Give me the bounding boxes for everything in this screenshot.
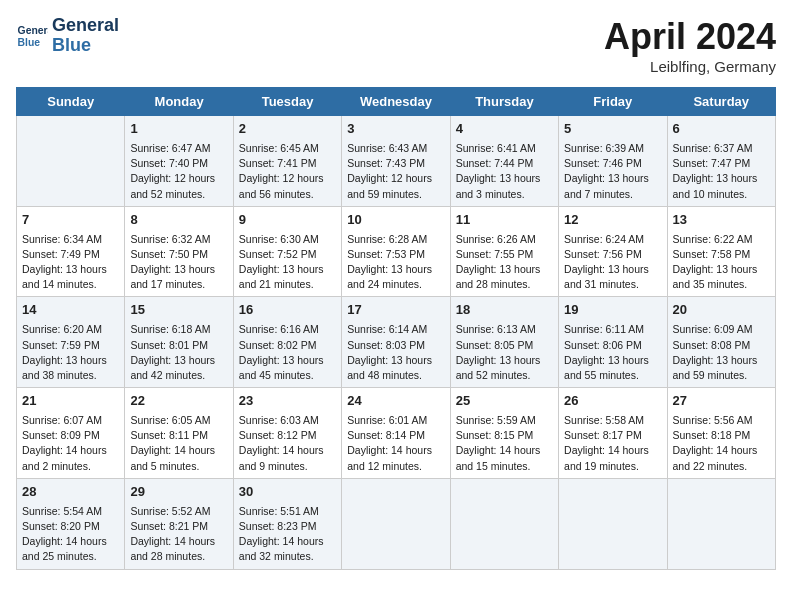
day-number: 22 bbox=[130, 392, 227, 411]
cell-info: Sunrise: 6:18 AM Sunset: 8:01 PM Dayligh… bbox=[130, 322, 227, 383]
day-number: 16 bbox=[239, 301, 336, 320]
cell-info: Sunrise: 6:24 AM Sunset: 7:56 PM Dayligh… bbox=[564, 232, 661, 293]
cell-info: Sunrise: 6:22 AM Sunset: 7:58 PM Dayligh… bbox=[673, 232, 770, 293]
calendar-week-row: 1Sunrise: 6:47 AM Sunset: 7:40 PM Daylig… bbox=[17, 116, 776, 207]
cell-info: Sunrise: 6:43 AM Sunset: 7:43 PM Dayligh… bbox=[347, 141, 444, 202]
calendar-cell: 2Sunrise: 6:45 AM Sunset: 7:41 PM Daylig… bbox=[233, 116, 341, 207]
weekday-header: Friday bbox=[559, 88, 667, 116]
cell-info: Sunrise: 6:30 AM Sunset: 7:52 PM Dayligh… bbox=[239, 232, 336, 293]
calendar-cell: 26Sunrise: 5:58 AM Sunset: 8:17 PM Dayli… bbox=[559, 388, 667, 479]
day-number: 28 bbox=[22, 483, 119, 502]
day-number: 20 bbox=[673, 301, 770, 320]
cell-info: Sunrise: 6:39 AM Sunset: 7:46 PM Dayligh… bbox=[564, 141, 661, 202]
day-number: 12 bbox=[564, 211, 661, 230]
svg-text:General: General bbox=[18, 25, 48, 36]
cell-info: Sunrise: 6:16 AM Sunset: 8:02 PM Dayligh… bbox=[239, 322, 336, 383]
calendar-cell bbox=[559, 478, 667, 569]
calendar-cell: 25Sunrise: 5:59 AM Sunset: 8:15 PM Dayli… bbox=[450, 388, 558, 479]
day-number: 3 bbox=[347, 120, 444, 139]
day-number: 4 bbox=[456, 120, 553, 139]
cell-info: Sunrise: 6:28 AM Sunset: 7:53 PM Dayligh… bbox=[347, 232, 444, 293]
calendar-cell bbox=[342, 478, 450, 569]
cell-info: Sunrise: 6:45 AM Sunset: 7:41 PM Dayligh… bbox=[239, 141, 336, 202]
calendar-cell: 12Sunrise: 6:24 AM Sunset: 7:56 PM Dayli… bbox=[559, 206, 667, 297]
day-number: 30 bbox=[239, 483, 336, 502]
calendar-cell: 28Sunrise: 5:54 AM Sunset: 8:20 PM Dayli… bbox=[17, 478, 125, 569]
cell-info: Sunrise: 6:34 AM Sunset: 7:49 PM Dayligh… bbox=[22, 232, 119, 293]
svg-text:Blue: Blue bbox=[18, 36, 41, 47]
calendar-cell: 7Sunrise: 6:34 AM Sunset: 7:49 PM Daylig… bbox=[17, 206, 125, 297]
cell-info: Sunrise: 6:11 AM Sunset: 8:06 PM Dayligh… bbox=[564, 322, 661, 383]
calendar-cell: 15Sunrise: 6:18 AM Sunset: 8:01 PM Dayli… bbox=[125, 297, 233, 388]
day-number: 25 bbox=[456, 392, 553, 411]
calendar-cell: 17Sunrise: 6:14 AM Sunset: 8:03 PM Dayli… bbox=[342, 297, 450, 388]
cell-info: Sunrise: 6:20 AM Sunset: 7:59 PM Dayligh… bbox=[22, 322, 119, 383]
calendar-cell: 16Sunrise: 6:16 AM Sunset: 8:02 PM Dayli… bbox=[233, 297, 341, 388]
calendar-cell: 24Sunrise: 6:01 AM Sunset: 8:14 PM Dayli… bbox=[342, 388, 450, 479]
month-title: April 2024 bbox=[604, 16, 776, 58]
day-number: 13 bbox=[673, 211, 770, 230]
logo-line1: General bbox=[52, 15, 119, 35]
calendar-cell: 6Sunrise: 6:37 AM Sunset: 7:47 PM Daylig… bbox=[667, 116, 775, 207]
weekday-header: Sunday bbox=[17, 88, 125, 116]
day-number: 2 bbox=[239, 120, 336, 139]
day-number: 18 bbox=[456, 301, 553, 320]
cell-info: Sunrise: 5:52 AM Sunset: 8:21 PM Dayligh… bbox=[130, 504, 227, 565]
calendar-cell bbox=[17, 116, 125, 207]
day-number: 29 bbox=[130, 483, 227, 502]
calendar-cell: 9Sunrise: 6:30 AM Sunset: 7:52 PM Daylig… bbox=[233, 206, 341, 297]
calendar-cell: 19Sunrise: 6:11 AM Sunset: 8:06 PM Dayli… bbox=[559, 297, 667, 388]
calendar-cell: 10Sunrise: 6:28 AM Sunset: 7:53 PM Dayli… bbox=[342, 206, 450, 297]
cell-info: Sunrise: 6:09 AM Sunset: 8:08 PM Dayligh… bbox=[673, 322, 770, 383]
calendar-cell: 20Sunrise: 6:09 AM Sunset: 8:08 PM Dayli… bbox=[667, 297, 775, 388]
cell-info: Sunrise: 6:41 AM Sunset: 7:44 PM Dayligh… bbox=[456, 141, 553, 202]
calendar-cell: 5Sunrise: 6:39 AM Sunset: 7:46 PM Daylig… bbox=[559, 116, 667, 207]
day-number: 9 bbox=[239, 211, 336, 230]
calendar-cell: 30Sunrise: 5:51 AM Sunset: 8:23 PM Dayli… bbox=[233, 478, 341, 569]
calendar-week-row: 14Sunrise: 6:20 AM Sunset: 7:59 PM Dayli… bbox=[17, 297, 776, 388]
day-number: 17 bbox=[347, 301, 444, 320]
location: Leiblfing, Germany bbox=[604, 58, 776, 75]
cell-info: Sunrise: 5:51 AM Sunset: 8:23 PM Dayligh… bbox=[239, 504, 336, 565]
calendar-week-row: 7Sunrise: 6:34 AM Sunset: 7:49 PM Daylig… bbox=[17, 206, 776, 297]
cell-info: Sunrise: 6:03 AM Sunset: 8:12 PM Dayligh… bbox=[239, 413, 336, 474]
calendar-cell: 4Sunrise: 6:41 AM Sunset: 7:44 PM Daylig… bbox=[450, 116, 558, 207]
day-number: 6 bbox=[673, 120, 770, 139]
logo-line2: Blue bbox=[52, 35, 91, 55]
calendar-cell: 14Sunrise: 6:20 AM Sunset: 7:59 PM Dayli… bbox=[17, 297, 125, 388]
calendar-cell: 8Sunrise: 6:32 AM Sunset: 7:50 PM Daylig… bbox=[125, 206, 233, 297]
calendar-cell bbox=[667, 478, 775, 569]
calendar-cell: 3Sunrise: 6:43 AM Sunset: 7:43 PM Daylig… bbox=[342, 116, 450, 207]
weekday-header: Thursday bbox=[450, 88, 558, 116]
calendar-cell: 29Sunrise: 5:52 AM Sunset: 8:21 PM Dayli… bbox=[125, 478, 233, 569]
calendar-cell: 27Sunrise: 5:56 AM Sunset: 8:18 PM Dayli… bbox=[667, 388, 775, 479]
calendar-cell: 22Sunrise: 6:05 AM Sunset: 8:11 PM Dayli… bbox=[125, 388, 233, 479]
day-number: 26 bbox=[564, 392, 661, 411]
weekday-header: Wednesday bbox=[342, 88, 450, 116]
day-number: 11 bbox=[456, 211, 553, 230]
cell-info: Sunrise: 5:56 AM Sunset: 8:18 PM Dayligh… bbox=[673, 413, 770, 474]
logo-text: General Blue bbox=[52, 16, 119, 56]
cell-info: Sunrise: 6:07 AM Sunset: 8:09 PM Dayligh… bbox=[22, 413, 119, 474]
day-number: 8 bbox=[130, 211, 227, 230]
day-number: 21 bbox=[22, 392, 119, 411]
calendar-table: SundayMondayTuesdayWednesdayThursdayFrid… bbox=[16, 87, 776, 570]
calendar-cell bbox=[450, 478, 558, 569]
day-number: 1 bbox=[130, 120, 227, 139]
cell-info: Sunrise: 6:32 AM Sunset: 7:50 PM Dayligh… bbox=[130, 232, 227, 293]
calendar-week-row: 21Sunrise: 6:07 AM Sunset: 8:09 PM Dayli… bbox=[17, 388, 776, 479]
day-number: 5 bbox=[564, 120, 661, 139]
calendar-cell: 1Sunrise: 6:47 AM Sunset: 7:40 PM Daylig… bbox=[125, 116, 233, 207]
cell-info: Sunrise: 6:05 AM Sunset: 8:11 PM Dayligh… bbox=[130, 413, 227, 474]
day-number: 15 bbox=[130, 301, 227, 320]
day-number: 14 bbox=[22, 301, 119, 320]
weekday-header: Tuesday bbox=[233, 88, 341, 116]
calendar-week-row: 28Sunrise: 5:54 AM Sunset: 8:20 PM Dayli… bbox=[17, 478, 776, 569]
cell-info: Sunrise: 5:59 AM Sunset: 8:15 PM Dayligh… bbox=[456, 413, 553, 474]
header-row: SundayMondayTuesdayWednesdayThursdayFrid… bbox=[17, 88, 776, 116]
calendar-cell: 18Sunrise: 6:13 AM Sunset: 8:05 PM Dayli… bbox=[450, 297, 558, 388]
calendar-cell: 23Sunrise: 6:03 AM Sunset: 8:12 PM Dayli… bbox=[233, 388, 341, 479]
calendar-cell: 21Sunrise: 6:07 AM Sunset: 8:09 PM Dayli… bbox=[17, 388, 125, 479]
cell-info: Sunrise: 6:13 AM Sunset: 8:05 PM Dayligh… bbox=[456, 322, 553, 383]
calendar-cell: 11Sunrise: 6:26 AM Sunset: 7:55 PM Dayli… bbox=[450, 206, 558, 297]
